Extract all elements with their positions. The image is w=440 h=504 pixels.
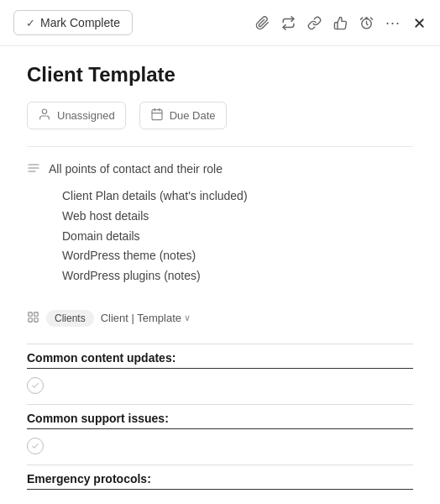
description-section: All points of contact and their role Cli… (27, 160, 413, 286)
tag-icon (27, 311, 39, 326)
checkmark-icon: ✓ (26, 17, 35, 29)
link-icon[interactable] (307, 16, 322, 30)
header: ✓ Mark Complete ··· (0, 0, 440, 46)
assignee-field[interactable]: Unassigned (27, 102, 126, 129)
breadcrumb-text: Client | Template (101, 312, 181, 324)
thumbsup-icon[interactable] (333, 16, 348, 30)
mark-complete-label: Mark Complete (40, 16, 120, 29)
bullet-item: WordPress plugins (notes) (62, 266, 413, 286)
svg-rect-14 (29, 318, 32, 322)
due-date-label: Due Date (170, 109, 216, 122)
section-divider-top (27, 344, 413, 344)
page-title: Client Template (27, 63, 413, 87)
more-options-icon[interactable]: ··· (385, 14, 401, 32)
meta-row: Unassigned Due Date (27, 102, 413, 129)
common-content-section: Common content updates: (27, 351, 413, 394)
clients-tag[interactable]: Clients (46, 310, 94, 327)
person-icon (38, 108, 51, 123)
checkbox-row-content (27, 377, 413, 394)
section-title-common-support: Common support issues: (27, 412, 413, 429)
svg-rect-12 (34, 312, 38, 316)
chevron-down-icon: ∨ (184, 312, 191, 323)
checkbox-content[interactable] (27, 377, 44, 394)
assignee-label: Unassigned (57, 109, 115, 122)
checkbox-support[interactable] (27, 438, 44, 454)
svg-rect-11 (29, 312, 32, 316)
bullet-list: Client Plan details (what's included) We… (62, 186, 413, 286)
bullet-item: Web host details (62, 207, 413, 227)
checkbox-row-support (27, 438, 413, 454)
bullet-item: WordPress theme (notes) (62, 246, 413, 266)
svg-rect-4 (152, 110, 162, 120)
paperclip-icon[interactable] (255, 16, 270, 30)
content: Client Template Unassigned Due Date (0, 46, 440, 504)
header-icons: ··· (255, 14, 427, 32)
due-date-field[interactable]: Due Date (139, 102, 227, 129)
transfer-icon[interactable] (281, 16, 296, 30)
bullet-item: Domain details (62, 227, 413, 247)
description-row: All points of contact and their role (27, 160, 413, 178)
calendar-icon (150, 108, 164, 123)
section-divider-1 (27, 404, 413, 405)
close-icon[interactable] (412, 16, 427, 30)
mark-complete-button[interactable]: ✓ Mark Complete (13, 10, 133, 35)
description-main-text: All points of contact and their role (49, 160, 223, 178)
emergency-section: Emergency protocols: (27, 472, 413, 498)
meta-divider (27, 146, 413, 147)
description-icon (27, 161, 40, 178)
section-divider-2 (27, 465, 413, 465)
tags-row: Clients Client | Template ∨ (27, 307, 413, 327)
common-support-section: Common support issues: (27, 412, 413, 454)
breadcrumb-link[interactable]: Client | Template ∨ (101, 312, 191, 324)
bullet-item: Client Plan details (what's included) (62, 186, 413, 207)
section-title-emergency: Emergency protocols: (27, 472, 413, 490)
svg-rect-13 (34, 318, 38, 322)
section-title-common-content: Common content updates: (27, 351, 413, 369)
timer-icon[interactable] (359, 16, 374, 30)
svg-point-3 (42, 109, 46, 113)
